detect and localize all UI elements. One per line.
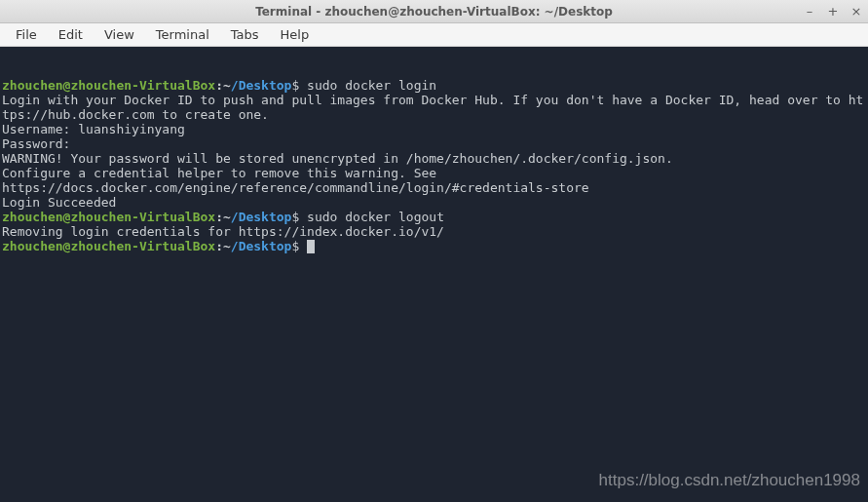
menubar: File Edit View Terminal Tabs Help: [0, 23, 868, 47]
prompt-slash: /: [231, 210, 239, 224]
terminal-output: Password:: [2, 136, 78, 151]
menu-help[interactable]: Help: [271, 25, 320, 44]
minimize-button[interactable]: –: [802, 4, 817, 19]
cursor-icon: [307, 240, 315, 253]
terminal-line: Password:: [2, 136, 866, 151]
prompt-dir: Desktop: [239, 78, 292, 93]
prompt-slash: /: [231, 239, 239, 253]
terminal-output: Configure a credential helper to remove …: [2, 166, 436, 180]
menu-tabs[interactable]: Tabs: [221, 25, 269, 44]
prompt-userhost: zhouchen@zhouchen-VirtualBox: [2, 210, 215, 224]
terminal-line: Username: luanshiyinyang: [2, 122, 866, 136]
terminal-line: Removing login credentials for https://i…: [2, 224, 866, 239]
prompt-tilde: ~: [223, 239, 231, 253]
window-controls: – + ×: [802, 0, 864, 22]
prompt-userhost: zhouchen@zhouchen-VirtualBox: [2, 239, 215, 253]
prompt-slash: /: [231, 78, 239, 93]
menu-terminal[interactable]: Terminal: [146, 25, 219, 44]
terminal-output: Username: luanshiyinyang: [2, 122, 185, 136]
prompt-sep: :: [215, 239, 223, 253]
terminal-line: Configure a credential helper to remove …: [2, 166, 866, 180]
prompt-dollar: $: [291, 78, 307, 93]
terminal-output: https://docs.docker.com/engine/reference…: [2, 180, 589, 195]
terminal-line: zhouchen@zhouchen-VirtualBox:~/Desktop$ …: [2, 210, 866, 224]
prompt-sep: :: [215, 78, 223, 93]
terminal-output: Login with your Docker ID to push and pu…: [2, 93, 863, 122]
terminal-line: https://docs.docker.com/engine/reference…: [2, 180, 866, 195]
terminal-line: WARNING! Your password will be stored un…: [2, 151, 866, 166]
terminal-output: Login Succeeded: [2, 195, 116, 210]
terminal-output: Removing login credentials for https://i…: [2, 224, 444, 239]
prompt-userhost: zhouchen@zhouchen-VirtualBox: [2, 78, 215, 93]
close-button[interactable]: ×: [849, 4, 864, 19]
terminal-line: Login Succeeded: [2, 195, 866, 210]
prompt-dir: Desktop: [239, 239, 292, 253]
terminal-line: zhouchen@zhouchen-VirtualBox:~/Desktop$ …: [2, 78, 866, 93]
menu-view[interactable]: View: [94, 25, 144, 44]
terminal-line: zhouchen@zhouchen-VirtualBox:~/Desktop$: [2, 239, 866, 253]
prompt-tilde: ~: [223, 78, 231, 93]
menu-edit[interactable]: Edit: [49, 25, 93, 44]
titlebar: Terminal - zhouchen@zhouchen-VirtualBox:…: [0, 0, 868, 23]
prompt-dollar: $: [291, 210, 307, 224]
terminal-window: Terminal - zhouchen@zhouchen-VirtualBox:…: [0, 0, 868, 502]
prompt-dir: Desktop: [239, 210, 292, 224]
terminal-command: sudo docker logout: [307, 210, 444, 224]
terminal-output: WARNING! Your password will be stored un…: [2, 151, 673, 166]
terminal-area[interactable]: zhouchen@zhouchen-VirtualBox:~/Desktop$ …: [0, 47, 868, 502]
menu-file[interactable]: File: [6, 25, 47, 44]
prompt-sep: :: [215, 210, 223, 224]
terminal-command: sudo docker login: [307, 78, 436, 93]
prompt-tilde: ~: [223, 210, 231, 224]
prompt-dollar: $: [291, 239, 307, 253]
terminal-line: Login with your Docker ID to push and pu…: [2, 93, 866, 122]
window-title: Terminal - zhouchen@zhouchen-VirtualBox:…: [255, 5, 613, 19]
maximize-button[interactable]: +: [825, 4, 841, 19]
